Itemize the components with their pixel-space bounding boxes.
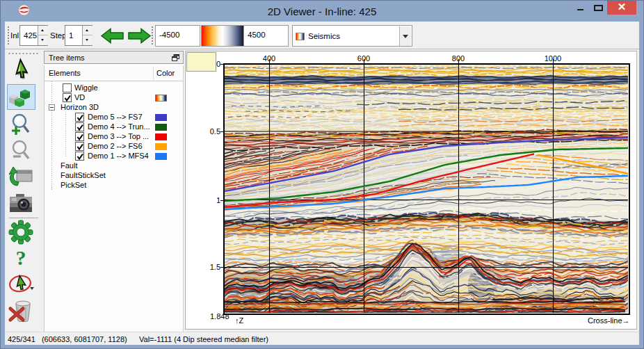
- svg-text:?: ?: [16, 247, 26, 269]
